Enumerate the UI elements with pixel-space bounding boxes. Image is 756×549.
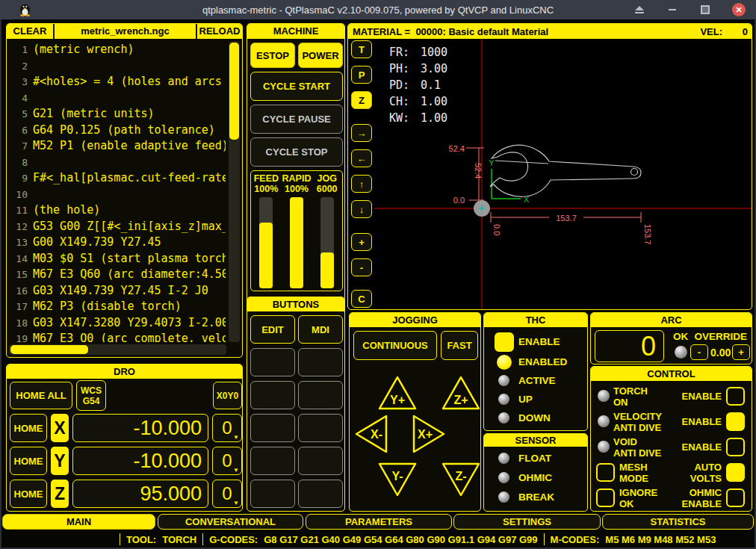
jog-fast-button[interactable]: FAST: [441, 331, 478, 360]
zoom-out-button[interactable]: -: [351, 258, 372, 276]
y-axis-dro-value: -10.000: [72, 447, 208, 475]
user-button-empty[interactable]: [250, 414, 295, 442]
z-zero-combo[interactable]: 0▼: [212, 480, 242, 508]
thc-up-led: [498, 394, 509, 405]
home-y-button[interactable]: HOME: [10, 447, 47, 475]
close-icon[interactable]: ✕: [732, 3, 746, 16]
home-all-button[interactable]: HOME ALL: [10, 382, 72, 409]
gcode-display[interactable]: 1(metric wrench) 2 3#<holes> = 4 (holes …: [10, 42, 226, 342]
minimize-icon[interactable]: [666, 4, 678, 16]
velocity-value: 0: [722, 26, 752, 37]
rapid-override-value: 100%: [285, 184, 309, 195]
gcode-line: 2: [10, 58, 226, 75]
jog-z-plus-button[interactable]: Z+: [440, 373, 481, 413]
y-extent-max: 52.4: [449, 144, 465, 153]
tab-conversational[interactable]: CONVERSATIONAL: [158, 514, 303, 530]
home-z-button[interactable]: HOME: [10, 480, 47, 508]
y-axis-letter: Y: [51, 447, 69, 475]
power-button[interactable]: POWER: [298, 43, 343, 68]
jog-y-minus-button[interactable]: Y-: [377, 459, 418, 500]
user-button-empty[interactable]: [298, 381, 343, 409]
zoom-in-button[interactable]: +: [351, 233, 372, 251]
user-button-empty[interactable]: [250, 381, 295, 409]
thc-enable-checkbox[interactable]: [495, 332, 514, 352]
x-zero-combo[interactable]: 0▼: [212, 414, 242, 442]
rapid-override-label: RAPID: [282, 173, 312, 184]
gcode-line: 15M67 E3 Q60 (arc diameter:4.50: [10, 267, 226, 283]
reload-button[interactable]: RELOAD: [197, 24, 242, 39]
gcode-vertical-scrollbar[interactable]: [229, 41, 240, 342]
tab-settings[interactable]: SETTINGS: [453, 514, 601, 530]
home-x-button[interactable]: HOME: [10, 414, 47, 442]
wcs-g54-button[interactable]: WCSG54: [76, 380, 106, 411]
jog-y-plus-button[interactable]: Y+: [377, 373, 418, 413]
jog-mode-continuous-button[interactable]: CONTINUOUS: [353, 331, 437, 360]
preview-canvas[interactable]: 52.4 52.4 0.0 153.7 0.0 153.7 Y X: [374, 39, 752, 310]
x-axis-letter: X: [51, 414, 69, 442]
user-button-empty[interactable]: [298, 414, 343, 442]
y-extent-span: 52.4: [474, 163, 483, 179]
mesh-mode-checkbox[interactable]: [596, 463, 615, 482]
gcode-horizontal-scrollbar[interactable]: [9, 344, 226, 355]
set-x0y0-button[interactable]: X0Y0: [213, 382, 242, 409]
chevron-down-icon: ▼: [233, 467, 239, 474]
tab-main[interactable]: MAIN: [2, 514, 155, 530]
jog-speed-slider[interactable]: [320, 197, 334, 288]
material-label[interactable]: MATERIAL = 00000: Basic default Material: [348, 26, 700, 37]
cycle-stop-button[interactable]: CYCLE STOP: [250, 137, 343, 167]
rapid-override-slider[interactable]: [290, 197, 303, 288]
view-top-button[interactable]: T: [351, 40, 372, 58]
override-sliders-box: FEED 100% RAPID 100% JOG 6000: [250, 170, 343, 291]
cycle-pause-button[interactable]: CYCLE PAUSE: [250, 105, 343, 134]
gcodes-value: G8 G17 G21 G40 G49 G54 G64 G80 G90 G91.1…: [264, 534, 537, 545]
tab-statistics[interactable]: STATISTICS: [602, 514, 754, 530]
user-button-empty[interactable]: [250, 447, 295, 475]
velocity-anti-dive-enable-checkbox[interactable]: [726, 412, 745, 431]
loaded-file-name[interactable]: metric_wrench.ngc: [55, 24, 197, 39]
pan-up-button[interactable]: ↑: [351, 175, 372, 193]
maximize-icon[interactable]: [699, 4, 711, 16]
chevron-down-icon: ▼: [233, 434, 239, 441]
estop-button[interactable]: ESTOP: [250, 43, 295, 68]
clear-button[interactable]: CLEAR: [7, 24, 55, 39]
auto-volts-checkbox[interactable]: [726, 463, 745, 482]
arc-override-plus-button[interactable]: +: [732, 344, 750, 360]
pan-right-button[interactable]: →: [351, 124, 372, 142]
void-anti-dive-enable-checkbox[interactable]: [726, 438, 745, 456]
user-button-empty[interactable]: [298, 348, 343, 376]
scrollbar-thumb[interactable]: [229, 43, 239, 140]
torch-position-marker: [474, 200, 490, 217]
ignore-arc-ok-checkbox[interactable]: [596, 488, 615, 507]
control-panel: CONTROL TORCHON ENABLE VELOCITYANTI DIVE…: [590, 366, 752, 512]
thc-active-label: ACTIVE: [518, 375, 556, 386]
thc-panel: THC ENABLE ENABLED ACTIVE UP DOWN: [483, 312, 588, 431]
edit-button[interactable]: EDIT: [250, 315, 295, 344]
jog-z-minus-button[interactable]: Z-: [440, 459, 481, 500]
jog-x-plus-button[interactable]: X+: [409, 413, 448, 455]
ohmic-probe-enable-checkbox[interactable]: [726, 488, 745, 507]
user-button-empty[interactable]: [250, 348, 295, 376]
arc-override-minus-button[interactable]: -: [690, 344, 708, 360]
feed-override-slider[interactable]: [259, 197, 273, 288]
torch-enable-checkbox[interactable]: [726, 387, 745, 406]
tab-parameters[interactable]: PARAMETERS: [306, 514, 452, 530]
gcode-line: 13G00 X149.739 Y27.45: [10, 235, 226, 251]
rollup-icon[interactable]: [633, 4, 645, 16]
tool-label: TOOL:: [126, 534, 156, 545]
svg-text:Z-: Z-: [455, 470, 466, 483]
scrollbar-thumb[interactable]: [10, 345, 88, 354]
user-button-empty[interactable]: [298, 447, 343, 475]
mdi-button[interactable]: MDI: [298, 315, 343, 344]
thc-down-label: DOWN: [518, 412, 551, 424]
pan-left-button[interactable]: ←: [351, 149, 372, 167]
jog-x-minus-button[interactable]: X-: [352, 413, 391, 455]
view-z-button[interactable]: Z: [351, 91, 372, 109]
clear-view-button[interactable]: C: [351, 290, 372, 308]
y-zero-combo[interactable]: 0▼: [212, 447, 242, 475]
view-perspective-button[interactable]: P: [351, 66, 372, 84]
user-button-empty[interactable]: [250, 480, 295, 508]
user-button-empty[interactable]: [298, 480, 343, 508]
cycle-start-button[interactable]: CYCLE START: [250, 72, 343, 101]
titlebar: qtplasmac-metric - QtPlasmaC v2.10-009.0…: [0, 0, 756, 19]
pan-down-button[interactable]: ↓: [351, 200, 372, 218]
